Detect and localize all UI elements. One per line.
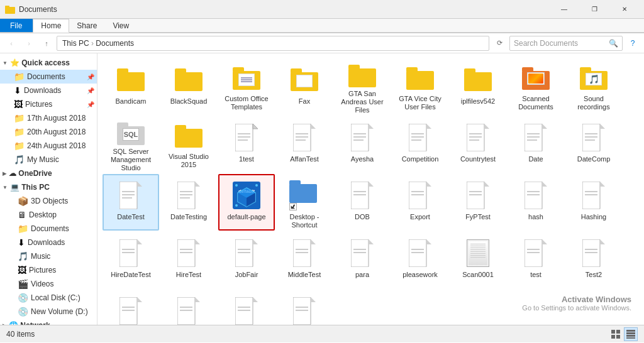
view-details-button[interactable] [624, 327, 638, 341]
tab-home[interactable]: Home [33, 19, 69, 33]
file-item-datetest[interactable]: DateTest [103, 174, 159, 231]
file-item-scan0001[interactable]: Scan0001 [450, 232, 506, 288]
svg-marker-142 [253, 297, 258, 302]
sidebar-item-newvol[interactable]: 💿 New Volume (D:) [0, 305, 97, 318]
file-item-fyptest[interactable]: FyPTest [450, 174, 506, 231]
file-item-1test[interactable]: 1test [218, 116, 275, 173]
file-item-testing[interactable]: testing [218, 290, 275, 325]
file-item-gta-sa[interactable]: GTA San Andreas User Files [334, 58, 391, 115]
file-item-affantest[interactable]: AffanTest [276, 116, 333, 173]
sidebar-item-pictures-pc[interactable]: 🖼 Pictures [0, 263, 97, 277]
file-item-hiretest[interactable]: HireTest [160, 232, 217, 288]
tab-share[interactable]: Share [69, 19, 105, 32]
svg-rect-155 [626, 335, 635, 337]
close-button[interactable]: ✕ [610, 0, 639, 19]
file-item-blacksquad[interactable]: BlackSquad [160, 58, 217, 115]
file-item-hiredatetest[interactable]: HireDateTest [103, 232, 159, 288]
window-controls: — ❐ ✕ [550, 0, 639, 19]
thispc-label: This PC [21, 183, 50, 192]
svg-marker-94 [542, 182, 547, 187]
file-label-1test: 1test [239, 155, 254, 163]
sidebar-item-downloads[interactable]: ⬇ Downloads 📌 [0, 84, 97, 97]
file-item-test2[interactable]: Test2 [565, 232, 622, 288]
sidebar-item-downloads-pc[interactable]: ⬇ Downloads [0, 236, 97, 249]
nav-back-button[interactable]: ‹ [4, 36, 19, 51]
sidebar-item-videos[interactable]: 🎬 Videos [0, 277, 97, 291]
search-placeholder: Search Documents [514, 39, 578, 48]
sidebar-section-onedrive[interactable]: ▶ ☁ OneDrive [0, 166, 97, 180]
folder-icon-20: 📁 [14, 127, 25, 137]
sidebar-item-mymusic[interactable]: 🎵 My Music [0, 153, 97, 166]
doc-icon-datetest [116, 180, 146, 210]
sidebar-item-documents[interactable]: 📁 Documents 📌 [0, 70, 97, 84]
file-item-vs2015[interactable]: Visual Studio 2015 [160, 116, 217, 173]
file-item-dob[interactable]: DOB [334, 174, 391, 231]
address-path[interactable]: This PC › Documents [57, 36, 489, 51]
minimize-button[interactable]: — [550, 0, 579, 19]
svg-rect-11 [348, 65, 360, 70]
file-item-scanned[interactable]: Scanned Documents [508, 58, 564, 115]
file-item-desktop-shortcut[interactable]: Desktop - Shortcut [276, 174, 333, 231]
nav-forward-button[interactable]: › [21, 36, 36, 51]
file-item-export[interactable]: Export [392, 174, 448, 231]
file-item-default-page[interactable]: default default-page [218, 174, 275, 231]
file-item-custom-office[interactable]: Custom Office Templates [218, 58, 275, 115]
pin-icon: 📌 [87, 74, 94, 80]
file-item-ayesha[interactable]: Ayesha [334, 116, 391, 173]
file-item-para[interactable]: para [334, 232, 391, 288]
sidebar-section-quick-access[interactable]: ▼ ⭐ Quick access [0, 56, 97, 70]
window-title: Documents [19, 5, 550, 14]
file-item-test3[interactable]: Test3 [103, 290, 159, 325]
sidebar-item-20aug[interactable]: 📁 20th August 2018 [0, 125, 97, 139]
file-label-blacksquad: BlackSquad [170, 97, 208, 106]
tab-file[interactable]: File [0, 19, 33, 32]
address-text: This PC › Documents [62, 39, 134, 48]
restore-button[interactable]: ❐ [580, 0, 609, 19]
file-item-gta-vc[interactable]: GTA Vice City User Files [392, 58, 448, 115]
file-item-sound-recordings[interactable]: 🎵 Sound recordings [565, 58, 622, 115]
file-item-whereclause[interactable]: WherClause [276, 290, 333, 325]
file-item-test[interactable]: test [508, 232, 564, 288]
file-item-test4[interactable]: Test4 [160, 290, 217, 325]
file-item-pleasework[interactable]: pleasework [392, 232, 448, 288]
file-item-hash[interactable]: hash [508, 174, 564, 231]
sidebar-item-24aug[interactable]: 📁 24th August 2018 [0, 139, 97, 153]
folder-icon-gta-sa [347, 65, 377, 87]
tab-view[interactable]: View [105, 19, 137, 32]
file-item-fax[interactable]: Fax [276, 58, 333, 115]
file-item-countrytest[interactable]: Countrytest [450, 116, 506, 173]
addressbar: ‹ › ↑ This PC › Documents ⟳ Search Docum… [0, 33, 644, 53]
sidebar-item-pictures[interactable]: 🖼 Pictures 📌 [0, 97, 97, 111]
sidebar-item-3dobjects[interactable]: 📦 3D Objects [0, 194, 97, 208]
file-item-middletest[interactable]: MiddleTest [276, 232, 333, 288]
refresh-button[interactable]: ⟳ [492, 36, 507, 51]
file-label-gta-sa: GTA San Andreas User Files [338, 90, 387, 115]
file-label-fax: Fax [299, 97, 310, 106]
file-item-datecomp[interactable]: DateComp [565, 116, 622, 173]
view-large-icons-button[interactable] [609, 327, 623, 341]
sidebar-item-documents-pc[interactable]: 📁 Documents [0, 222, 97, 236]
file-item-iplfiles[interactable]: iplfilesv542 [450, 58, 506, 115]
svg-marker-82 [369, 182, 374, 187]
sidebar-item-music[interactable]: 🎵 Music [0, 249, 97, 263]
sidebar-item-desktop[interactable]: 🖥 Desktop [0, 208, 97, 222]
file-label-gta-vc: GTA Vice City User Files [396, 95, 445, 111]
svg-point-76 [235, 184, 238, 187]
nav-up-button[interactable]: ↑ [39, 36, 54, 51]
file-item-datetesting[interactable]: DateTesting [160, 174, 217, 231]
svg-rect-153 [626, 330, 635, 332]
network-label: Network [20, 321, 50, 325]
file-item-date[interactable]: Date [508, 116, 564, 173]
help-button[interactable]: ? [625, 36, 640, 51]
sidebar-section-network[interactable]: ▶ 🌐 Network [0, 318, 97, 325]
sidebar-section-thispc[interactable]: ▼ 💻 This PC [0, 180, 97, 194]
search-box[interactable]: Search Documents 🔍 [509, 36, 623, 51]
file-item-hashing[interactable]: Hashing [565, 174, 622, 231]
file-item-competition[interactable]: Competition [392, 116, 448, 173]
sidebar-item-localc[interactable]: 💿 Local Disk (C:) [0, 291, 97, 305]
sidebar-item-17aug[interactable]: 📁 17th August 2018 [0, 111, 97, 125]
file-item-bandicam[interactable]: Bandicam [103, 58, 159, 115]
file-item-jobfair[interactable]: JobFair [218, 232, 275, 288]
file-item-sql[interactable]: SQL SQL Server Management Studio [103, 116, 159, 173]
file-label-hash: hash [528, 213, 543, 221]
